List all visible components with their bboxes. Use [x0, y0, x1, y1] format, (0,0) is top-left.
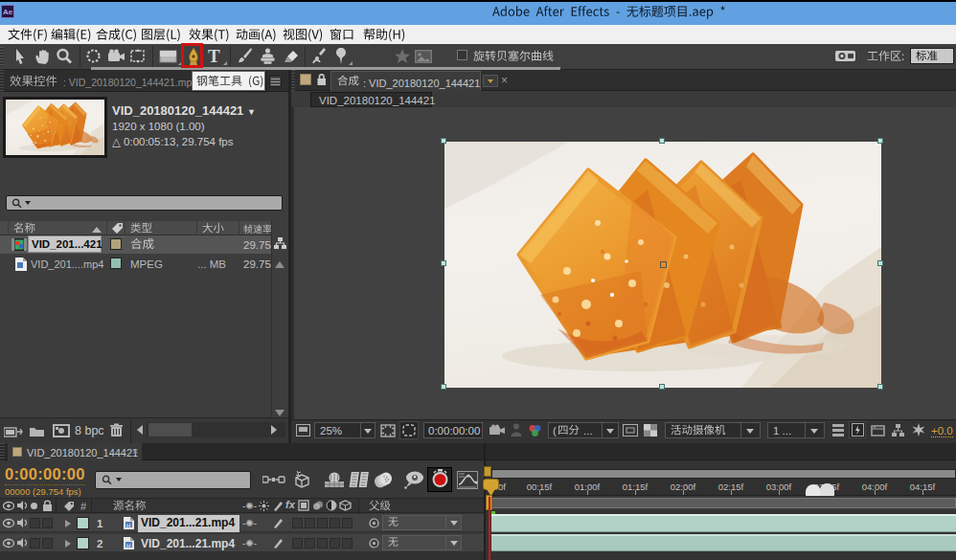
svg-text:H: H: [126, 543, 130, 549]
svg-text:H: H: [126, 523, 130, 528]
